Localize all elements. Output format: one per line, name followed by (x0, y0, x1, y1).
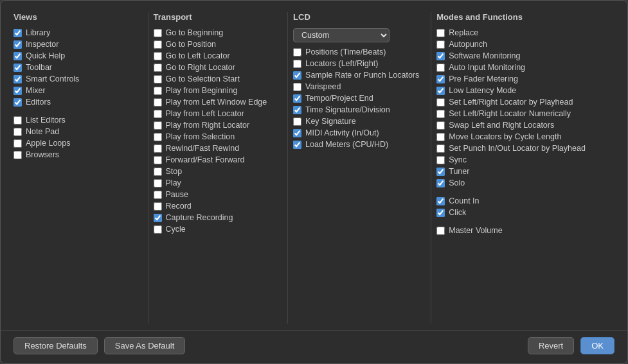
list-item[interactable]: Master Volume (436, 226, 608, 235)
checkbox[interactable] (436, 98, 445, 107)
checkbox[interactable] (13, 40, 22, 49)
checkbox[interactable] (13, 151, 22, 159)
checkbox[interactable] (13, 139, 22, 148)
ok-button[interactable]: OK (580, 337, 615, 354)
list-item[interactable]: Go to Beginning (154, 28, 276, 37)
checkbox[interactable] (154, 64, 162, 72)
list-item[interactable]: MIDI Activity (In/Out) (293, 128, 419, 137)
checkbox[interactable] (154, 214, 162, 222)
checkbox[interactable] (436, 168, 445, 176)
revert-button[interactable]: Revert (528, 337, 574, 354)
checkbox[interactable] (154, 98, 162, 107)
checkbox[interactable] (436, 110, 445, 118)
checkbox[interactable] (436, 209, 445, 217)
checkbox[interactable] (293, 141, 301, 149)
checkbox[interactable] (13, 75, 22, 83)
checkbox[interactable] (154, 144, 162, 153)
checkbox[interactable] (436, 133, 445, 141)
checkbox[interactable] (13, 116, 22, 125)
checkbox[interactable] (154, 121, 162, 130)
list-item[interactable]: Mixer (13, 86, 136, 95)
list-item[interactable]: Tempo/Project End (293, 94, 419, 103)
checkbox[interactable] (154, 191, 162, 199)
list-item[interactable]: Go to Selection Start (154, 74, 276, 83)
checkbox[interactable] (293, 117, 301, 126)
checkbox[interactable] (293, 48, 301, 56)
checkbox[interactable] (13, 52, 22, 60)
checkbox[interactable] (436, 29, 445, 37)
checkbox[interactable] (436, 87, 445, 95)
checkbox[interactable] (293, 60, 301, 68)
list-item[interactable]: Stop (154, 167, 276, 176)
checkbox[interactable] (436, 227, 445, 235)
list-item[interactable]: Pause (154, 190, 276, 199)
list-item[interactable]: Replace (436, 28, 608, 37)
list-item[interactable]: Play from Right Locator (154, 121, 276, 130)
list-item[interactable]: Editors (13, 98, 136, 107)
checkbox[interactable] (13, 128, 22, 136)
list-item[interactable]: Tuner (436, 167, 608, 176)
checkbox[interactable] (436, 156, 445, 164)
checkbox[interactable] (154, 40, 162, 49)
list-item[interactable]: Inspector (13, 40, 136, 49)
checkbox[interactable] (13, 87, 22, 95)
checkbox[interactable] (154, 156, 162, 164)
checkbox[interactable] (154, 133, 162, 141)
checkbox[interactable] (154, 179, 162, 187)
checkbox[interactable] (154, 75, 162, 83)
list-item[interactable]: Go to Position (154, 40, 276, 49)
checkbox[interactable] (154, 52, 162, 60)
list-item[interactable]: Auto Input Monitoring (436, 63, 608, 72)
list-item[interactable]: Time Signature/Division (293, 105, 419, 114)
list-item[interactable]: List Editors (13, 116, 136, 125)
list-item[interactable]: Rewind/Fast Rewind (154, 144, 276, 153)
list-item[interactable]: Click (436, 208, 608, 217)
checkbox[interactable] (436, 144, 445, 153)
list-item[interactable]: Pre Fader Metering (436, 74, 608, 83)
checkbox[interactable] (13, 64, 22, 72)
checkbox[interactable] (13, 98, 22, 107)
checkbox[interactable] (293, 106, 301, 114)
list-item[interactable]: Play from Left Locator (154, 109, 276, 118)
checkbox[interactable] (436, 64, 445, 72)
checkbox[interactable] (293, 129, 301, 137)
list-item[interactable]: Record (154, 202, 276, 211)
list-item[interactable]: Set Left/Right Locator by Playhead (436, 98, 608, 107)
list-item[interactable]: Capture Recording (154, 213, 276, 222)
checkbox[interactable] (154, 202, 162, 211)
list-item[interactable]: Autopunch (436, 40, 608, 49)
list-item[interactable]: Play from Beginning (154, 86, 276, 95)
list-item[interactable]: Toolbar (13, 63, 136, 72)
list-item[interactable]: Positions (Time/Beats) (293, 48, 419, 56)
checkbox[interactable] (293, 94, 301, 103)
save-as-default-button[interactable]: Save As Default (104, 337, 186, 354)
list-item[interactable]: Play (154, 178, 276, 187)
checkbox[interactable] (436, 40, 445, 49)
list-item[interactable]: Quick Help (13, 51, 136, 60)
list-item[interactable]: Library (13, 28, 136, 37)
list-item[interactable]: Locators (Left/Right) (293, 59, 419, 68)
list-item[interactable]: Note Pad (13, 127, 136, 136)
restore-defaults-button[interactable]: Restore Defaults (13, 337, 98, 354)
checkbox[interactable] (154, 110, 162, 118)
checkbox[interactable] (436, 52, 445, 60)
list-item[interactable]: Play from Left Window Edge (154, 98, 276, 107)
checkbox[interactable] (436, 197, 445, 205)
checkbox[interactable] (436, 75, 445, 83)
list-item[interactable]: Go to Left Locator (154, 51, 276, 60)
list-item[interactable]: Swap Left and Right Locators (436, 121, 608, 130)
list-item[interactable]: Forward/Fast Forward (154, 155, 276, 164)
checkbox[interactable] (154, 29, 162, 37)
list-item[interactable]: Sample Rate or Punch Locators (293, 71, 419, 80)
list-item[interactable]: Set Left/Right Locator Numerically (436, 109, 608, 118)
list-item[interactable]: Varispeed (293, 82, 419, 91)
list-item[interactable]: Software Monitoring (436, 51, 608, 60)
list-item[interactable]: Load Meters (CPU/HD) (293, 140, 419, 149)
checkbox[interactable] (13, 29, 22, 37)
checkbox[interactable] (436, 121, 445, 130)
list-item[interactable]: Cycle (154, 225, 276, 234)
list-item[interactable]: Count In (436, 196, 608, 205)
list-item[interactable]: Play from Selection (154, 132, 276, 141)
list-item[interactable]: Sync (436, 155, 608, 164)
list-item[interactable]: Browsers (13, 150, 136, 159)
